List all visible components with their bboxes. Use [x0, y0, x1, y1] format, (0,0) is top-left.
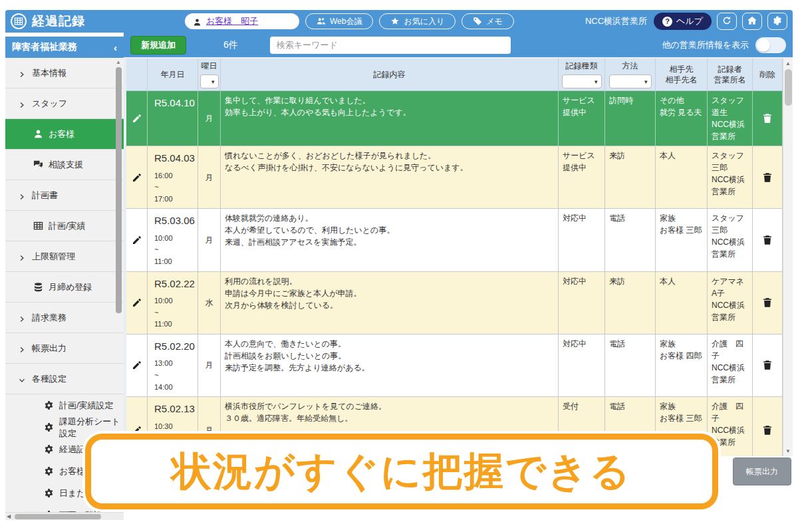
sidebar-item-group[interactable]: 請求業務 — [5, 303, 124, 333]
sidebar-collapse-button[interactable]: ‹ — [114, 42, 117, 53]
table-row: R5.02.2013:00~14:00月本人の意向で、働きたいとの事。 計画相談… — [126, 334, 783, 397]
trash-icon[interactable] — [762, 297, 773, 308]
app-brand: 経過記録 — [11, 13, 85, 30]
time-to: 11:00 — [154, 256, 194, 268]
gear-icon — [44, 466, 54, 476]
report-output-button[interactable]: 帳票出力 — [733, 458, 791, 485]
table-row: R5.03.0610:00~11:00月体験就就労の連絡あり。 本人が希望してい… — [126, 209, 783, 271]
sidebar-item-label: 相談支援 — [49, 159, 83, 171]
dow-filter-select[interactable]: ▾ — [200, 74, 219, 88]
record-date: R5.03.06 — [154, 213, 194, 229]
date-cell: R5.02.2210:00~11:00 — [148, 272, 198, 334]
customer-selector[interactable]: お客様 昭子 — [185, 13, 299, 29]
sidebar-item-chat[interactable]: 相談支援 — [5, 150, 124, 180]
scroll-down-arrow-icon[interactable]: ▼ — [785, 448, 791, 454]
time-to: 17:00 — [154, 194, 194, 205]
content-cell: 慣れないことが多く、おどおどした様子が見られました。 なるべく声掛けを心掛け、不… — [221, 146, 559, 208]
pencil-icon[interactable] — [132, 172, 142, 183]
scroll-up-arrow-icon[interactable]: ▲ — [116, 59, 121, 65]
record-date: R5.04.03 — [154, 151, 194, 166]
app-logo-icon — [11, 13, 27, 29]
dow-cell: 月 — [198, 334, 221, 396]
help-label: ヘルプ — [676, 15, 703, 27]
tag-icon — [473, 17, 482, 26]
add-new-button[interactable]: 新規追加 — [130, 36, 186, 55]
recorder-cell: スタッフ 道生 NCC横浜営業所 — [708, 91, 753, 146]
trash-icon[interactable] — [762, 360, 773, 370]
trash-icon[interactable] — [762, 235, 773, 245]
sidebar-item-gear[interactable]: 計画/実績設定 — [5, 394, 124, 416]
table-scrollbar[interactable]: ▲ ▼ — [783, 59, 793, 456]
method-filter-select[interactable]: ▾ — [609, 74, 652, 88]
partner-cell: 本人 — [656, 146, 708, 208]
pencil-icon[interactable] — [132, 360, 142, 370]
gear-icon — [44, 400, 54, 410]
home-button[interactable] — [742, 13, 762, 30]
search-input[interactable] — [270, 37, 511, 54]
sidebar-item-label: 帳票出力 — [32, 342, 66, 354]
type-cell: 対応中 — [559, 272, 605, 334]
sidebar-item-grid[interactable]: 計画/実績 — [5, 211, 124, 241]
sidebar-item-person[interactable]: お客様 — [5, 119, 124, 150]
date-cell: R5.03.0610:00~11:00 — [148, 209, 198, 271]
chevron-down-icon — [19, 376, 25, 382]
question-icon: ? — [662, 17, 672, 27]
trash-icon[interactable] — [762, 172, 773, 183]
time-to: 11:00 — [154, 319, 194, 331]
scrollbar-thumb[interactable] — [785, 69, 792, 106]
delete-cell — [753, 397, 783, 464]
time-from: 16:00 — [154, 170, 194, 182]
grid-icon — [33, 221, 43, 231]
edit-cell — [126, 91, 148, 146]
chat-icon — [33, 160, 43, 170]
web-meeting-button[interactable]: Web会議 — [305, 13, 373, 29]
chevron-down-icon: ▾ — [211, 78, 215, 85]
content-cell: 集中して、作業に取り組んでいました。 効率も上がり、本人のやる気も向上したようで… — [221, 91, 559, 146]
settings-button[interactable] — [767, 13, 787, 30]
pencil-icon[interactable] — [132, 297, 142, 308]
sidebar-item-group[interactable]: 帳票出力 — [5, 333, 124, 364]
time-from: 13:00 — [154, 358, 194, 370]
type-cell: 対応中 — [559, 334, 605, 396]
date-cell: R5.02.2013:00~14:00 — [148, 334, 198, 396]
type-filter-select[interactable]: ▾ — [562, 74, 602, 88]
gear-icon — [773, 16, 782, 27]
trash-icon[interactable] — [762, 425, 773, 436]
chevron-right-icon — [19, 192, 25, 199]
pencil-icon[interactable] — [132, 235, 142, 245]
stack-icon — [33, 282, 43, 292]
sidebar-title: 障害者福祉業務 — [12, 41, 77, 53]
help-button[interactable]: ? ヘルプ — [654, 13, 712, 30]
other-office-toggle[interactable] — [755, 37, 786, 53]
chevron-right-icon — [19, 100, 25, 107]
edit-cell — [126, 334, 148, 396]
scroll-up-arrow-icon[interactable]: ▲ — [785, 61, 791, 66]
gear-icon — [44, 422, 54, 432]
other-office-toggle-group: 他の営業所情報を表示 — [662, 37, 786, 53]
sidebar-item-group[interactable]: 上限額管理 — [5, 241, 124, 272]
home-icon — [747, 16, 757, 27]
dow-cell: 月 — [198, 91, 221, 146]
sidebar-item-group[interactable]: スタッフ — [5, 88, 124, 119]
sidebar-item-group-open[interactable]: 各種設定 — [5, 364, 124, 394]
chevron-right-icon — [19, 315, 25, 321]
trash-icon[interactable] — [762, 113, 773, 124]
pencil-icon[interactable] — [132, 113, 142, 124]
refresh-button[interactable] — [717, 13, 737, 30]
sidebar-item-group[interactable]: 計画書 — [5, 180, 124, 211]
sidebar-item-label: 計画/実績設定 — [59, 400, 114, 412]
sidebar-item-group[interactable]: 基本情報 — [5, 58, 124, 88]
favorites-button[interactable]: お気に入り — [379, 13, 456, 29]
col-header-delete: 削除 — [753, 59, 783, 90]
scrollbar-thumb[interactable] — [116, 67, 122, 313]
delete-cell — [753, 209, 783, 271]
customer-link[interactable]: お客様 昭子 — [206, 15, 258, 27]
scrollbar-thumb[interactable] — [15, 514, 101, 519]
sidebar-item-stack[interactable]: 月締め登録 — [5, 272, 124, 303]
col-header-dow: 曜日 ▾ — [198, 59, 221, 90]
sidebar-horizontal-scrollbar[interactable]: ◀ — [5, 512, 124, 520]
memo-button[interactable]: メモ — [462, 13, 514, 29]
scroll-left-arrow-icon[interactable]: ◀ — [7, 513, 11, 519]
toggle-knob — [757, 39, 770, 52]
partner-cell: 本人 — [656, 272, 708, 334]
